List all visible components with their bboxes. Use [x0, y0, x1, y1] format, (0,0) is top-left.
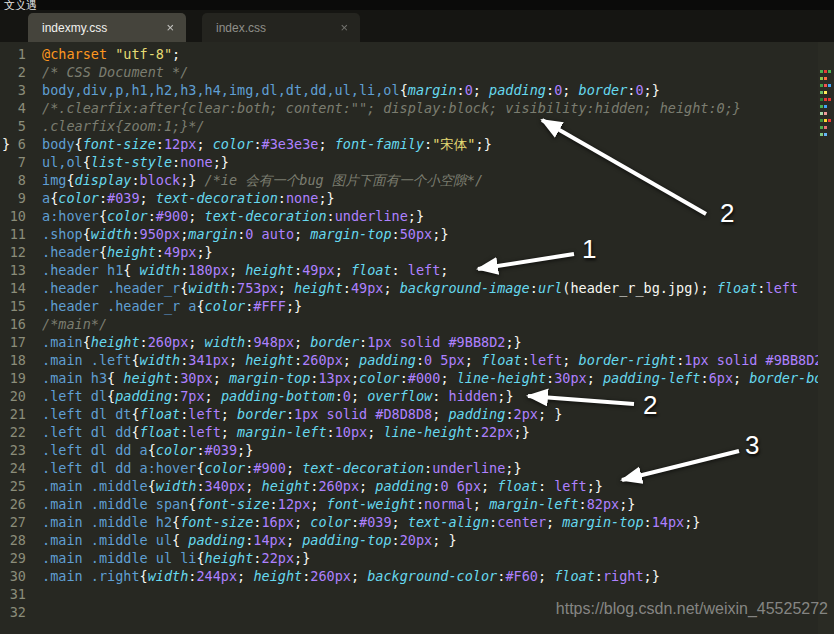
line-number: 10 — [0, 207, 26, 225]
code-line: 19.main h3{ height:30px; margin-top:13px… — [0, 369, 834, 387]
line-number: 23 — [0, 441, 26, 459]
code-text: /*.clearfix:after{clear:both; content:""… — [42, 99, 741, 117]
line-number: 3 — [0, 81, 26, 99]
code-line: 5.clearfix{zoom:1;}*/ — [0, 117, 834, 135]
line-number: 5 — [0, 117, 26, 135]
code-line: 23.left dl dd a{color:#039;} — [0, 441, 834, 459]
code-text: .main .middle ul{ padding:14px; padding-… — [42, 531, 457, 549]
code-lines: 1@charset "utf-8";2/* CSS Document */3bo… — [0, 45, 834, 621]
code-line: 17.main{height:260px; width:948px; borde… — [0, 333, 834, 351]
code-line: 15.header .header_r a{color:#FFF;} — [0, 297, 834, 315]
code-line: 24.left dl dd a:hover{color:#900; text-d… — [0, 459, 834, 477]
code-text: .main{height:260px; width:948px; border:… — [42, 333, 522, 351]
code-text: body,div,p,h1,h2,h3,h4,img,dl,dt,dd,ul,l… — [42, 81, 660, 99]
line-number: 25 — [0, 477, 26, 495]
code-line: 21.left dl dt{float:left; border:1px sol… — [0, 405, 834, 423]
tab-index-css[interactable]: index.css × — [202, 13, 360, 42]
code-line: 1@charset "utf-8"; — [0, 45, 834, 63]
line-number: 12 — [0, 243, 26, 261]
line-number: 17 — [0, 333, 26, 351]
line-number: 29 — [0, 549, 26, 567]
line-number: 8 — [0, 171, 26, 189]
line-number: 21 — [0, 405, 26, 423]
code-line: 30.main .right{width:244px; height:260px… — [0, 567, 834, 585]
tab-label: indexmy.css — [42, 21, 107, 35]
line-number: 9 — [0, 189, 26, 207]
code-text: .shop{width:950px;margin:0 auto; margin-… — [42, 225, 449, 243]
code-text: .main .middle h2{font-size:16px; color:#… — [42, 513, 701, 531]
line-number: 31 — [0, 585, 26, 603]
tab-label: index.css — [216, 21, 266, 35]
code-text: .left dl dt{float:left; border:1px solid… — [42, 405, 562, 423]
code-line: 8img{display:block;} /*ie 会有一个bug 图片下面有一… — [0, 171, 834, 189]
code-line: 16/*main*/ — [0, 315, 834, 333]
line-number: 7 — [0, 153, 26, 171]
line-number: 2 — [0, 63, 26, 81]
code-text: .header{height:49px;} — [42, 243, 213, 261]
code-text: .header h1{ width:180px; height:49px; fl… — [42, 261, 449, 279]
code-line: 18.main .left{width:341px; height:260px;… — [0, 351, 834, 369]
line-number: 13 — [0, 261, 26, 279]
code-line: 22.left dl dd{float:left; margin-left:10… — [0, 423, 834, 441]
code-text: img{display:block;} /*ie 会有一个bug 图片下面有一个… — [42, 171, 483, 189]
line-number: }6 — [0, 135, 26, 153]
line-number: 18 — [0, 351, 26, 369]
code-line: 9a{color:#039; text-decoration:none;} — [0, 189, 834, 207]
code-text: .clearfix{zoom:1;}*/ — [42, 117, 205, 135]
code-text: .main h3{ height:30px; margin-top:13px;c… — [42, 369, 818, 387]
line-number: 22 — [0, 423, 26, 441]
code-line: 26.main .middle span{font-size:12px; fon… — [0, 495, 834, 513]
code-line: 13.header h1{ width:180px; height:49px; … — [0, 261, 834, 279]
code-text: a:hover{color:#900; text-decoration:unde… — [42, 207, 424, 225]
code-text: ul,ol{list-style:none;} — [42, 153, 229, 171]
code-line: 28.main .middle ul{ padding:14px; paddin… — [0, 531, 834, 549]
code-text: .main .left{width:341px; height:260px; p… — [42, 351, 818, 369]
line-number: 27 — [0, 513, 26, 531]
code-text: .left dl dd{float:left; margin-left:10px… — [42, 423, 530, 441]
code-text: .left dl dd a:hover{color:#900; text-dec… — [42, 459, 522, 477]
code-line: 3body,div,p,h1,h2,h3,h4,img,dl,dt,dd,ul,… — [0, 81, 834, 99]
minimap[interactable] — [818, 42, 834, 634]
code-line: 10a:hover{color:#900; text-decoration:un… — [0, 207, 834, 225]
line-number: 4 — [0, 99, 26, 117]
code-line: 7ul,ol{list-style:none;} — [0, 153, 834, 171]
code-text: /*main*/ — [42, 315, 107, 333]
watermark-url: https://blog.csdn.net/weixin_45525272 — [556, 600, 828, 618]
line-number: 28 — [0, 531, 26, 549]
code-text: .header .header_r a{color:#FFF;} — [42, 297, 302, 315]
line-number: 16 — [0, 315, 26, 333]
code-text: .left dl dd a{color:#039;} — [42, 441, 253, 459]
code-editor[interactable]: 1@charset "utf-8";2/* CSS Document */3bo… — [0, 42, 834, 634]
minimap-pixels — [820, 58, 832, 128]
code-text: .main .middle span{font-size:12px; font-… — [42, 495, 635, 513]
line-number: 30 — [0, 567, 26, 585]
code-text: .header .header_r{width:753px; height:49… — [42, 279, 798, 297]
tab-indexmy-css[interactable]: indexmy.css × — [28, 13, 186, 42]
code-text: body{font-size:12px; color:#3e3e3e; font… — [42, 135, 492, 153]
line-number: 20 — [0, 387, 26, 405]
code-line: }6body{font-size:12px; color:#3e3e3e; fo… — [0, 135, 834, 153]
code-line: 4/*.clearfix:after{clear:both; content:"… — [0, 99, 834, 117]
line-number: 11 — [0, 225, 26, 243]
line-number: 15 — [0, 297, 26, 315]
code-line: 14.header .header_r{width:753px; height:… — [0, 279, 834, 297]
code-line: 25.main .middle{width:340px; height:260p… — [0, 477, 834, 495]
code-line: 12.header{height:49px;} — [0, 243, 834, 261]
line-number: 32 — [0, 603, 26, 621]
code-line: 2/* CSS Document */ — [0, 63, 834, 81]
close-icon[interactable]: × — [164, 20, 176, 35]
code-text: a{color:#039; text-decoration:none;} — [42, 189, 335, 207]
editor-window: { "window": { "partial_title": "文义遇" }, … — [0, 0, 834, 634]
line-number: 19 — [0, 369, 26, 387]
code-text: @charset "utf-8"; — [42, 45, 180, 63]
code-text: .main .right{width:244px; height:260px; … — [42, 567, 660, 585]
window-titlebar: 文义遇 — [0, 0, 834, 10]
code-line: 27.main .middle h2{font-size:16px; color… — [0, 513, 834, 531]
code-line: 20.left dl{padding:7px; padding-bottom:0… — [0, 387, 834, 405]
code-text: .main .middle{width:340px; height:260px;… — [42, 477, 603, 495]
tab-bar: indexmy.css × index.css × — [0, 10, 834, 42]
code-line: 11.shop{width:950px;margin:0 auto; margi… — [0, 225, 834, 243]
code-line: 29.main .middle ul li{height:22px;} — [0, 549, 834, 567]
line-number: 14 — [0, 279, 26, 297]
close-icon[interactable]: × — [338, 20, 350, 35]
